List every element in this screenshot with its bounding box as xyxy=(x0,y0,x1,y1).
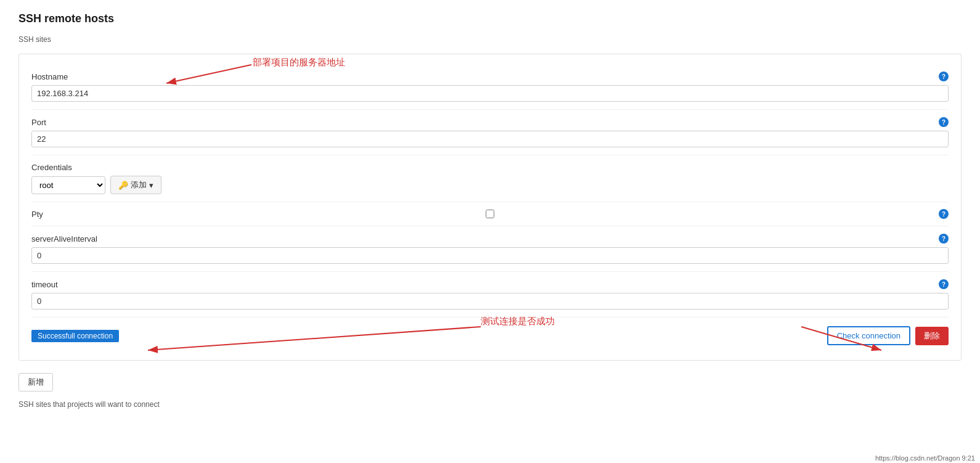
action-row: Successfull connection Check connection … xyxy=(31,318,949,350)
action-right: Check connection 删除 xyxy=(827,326,949,345)
server-alive-label: serverAliveInterval xyxy=(31,234,97,244)
port-help-icon[interactable]: ? xyxy=(939,117,949,127)
server-alive-input[interactable] xyxy=(31,247,949,264)
add-credentials-button[interactable]: 🔑 添加 ▾ xyxy=(110,176,161,194)
port-field-row: Port ? xyxy=(31,110,949,155)
timeout-label-row: timeout ? xyxy=(31,279,949,289)
section-label: SSH sites xyxy=(18,35,962,44)
check-connection-button[interactable]: Check connection xyxy=(827,326,910,345)
footer-text: SSH sites that projects will want to con… xyxy=(18,400,962,409)
port-input[interactable] xyxy=(31,131,949,147)
credentials-row: root 🔑 添加 ▾ xyxy=(31,176,949,194)
timeout-help-icon[interactable]: ? xyxy=(939,279,949,289)
pty-label: Pty xyxy=(31,210,43,219)
credentials-field-row: Credentials root 🔑 添加 ▾ xyxy=(31,155,949,202)
timeout-input[interactable] xyxy=(31,293,949,309)
hostname-help-icon[interactable]: ? xyxy=(939,72,949,81)
timeout-field-row: timeout ? xyxy=(31,272,949,318)
credentials-label-row: Credentials xyxy=(31,163,949,172)
page-title: SSH remote hosts xyxy=(18,12,962,25)
hostname-label-row: Hostname ? xyxy=(31,72,949,81)
pty-help-icon[interactable]: ? xyxy=(939,209,949,219)
port-label: Port xyxy=(31,118,46,127)
action-left: Successfull connection xyxy=(31,330,124,342)
add-credentials-label: 添加 xyxy=(131,179,147,191)
delete-button[interactable]: 删除 xyxy=(915,327,949,345)
port-label-row: Port ? xyxy=(31,117,949,127)
hostname-input[interactable] xyxy=(31,85,949,102)
hostname-label: Hostname xyxy=(31,72,68,81)
server-alive-help-icon[interactable]: ? xyxy=(939,234,949,244)
connection-status: Successfull connection xyxy=(31,330,119,342)
timeout-label: timeout xyxy=(31,280,58,289)
new-button[interactable]: 新增 xyxy=(18,373,53,391)
credentials-label: Credentials xyxy=(31,163,72,172)
add-credentials-icon: 🔑 xyxy=(118,181,128,190)
credentials-select[interactable]: root xyxy=(31,176,105,194)
hostname-field-row: Hostname ? xyxy=(31,64,949,110)
server-alive-label-row: serverAliveInterval ? xyxy=(31,234,949,244)
add-credentials-dropdown-icon: ▾ xyxy=(149,181,153,190)
server-alive-field-row: serverAliveInterval ? xyxy=(31,226,949,272)
form-section: Hostname ? Port ? Credentials xyxy=(18,54,962,361)
pty-field-row: Pty ? xyxy=(31,202,949,226)
